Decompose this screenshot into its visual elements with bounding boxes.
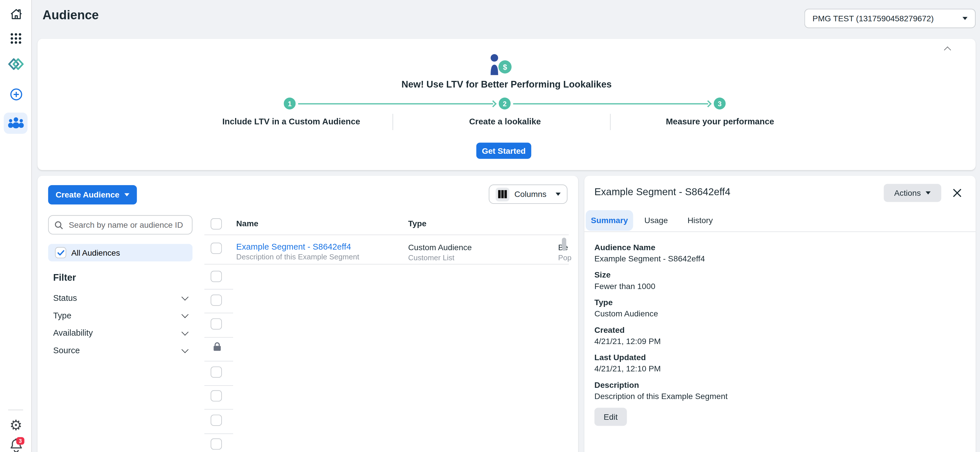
field-value-size: Fewer than 1000 [595, 281, 655, 291]
filter-source[interactable]: Source [53, 346, 188, 355]
row-checkbox[interactable] [211, 366, 222, 378]
table-header-rule [204, 235, 568, 235]
sidebar-item-audiences[interactable] [4, 113, 28, 134]
field-value-last-updated: 4/21/21, 12:10 PM [595, 364, 661, 374]
filter-availability-label: Availability [53, 328, 93, 338]
row-checkbox[interactable] [211, 294, 222, 306]
actions-label: Actions [894, 188, 921, 198]
chevron-down-icon [181, 311, 189, 318]
columns-button[interactable]: Columns [489, 185, 568, 204]
arrow-right-icon [705, 100, 712, 107]
arrow-right-icon [490, 100, 497, 107]
select-all-checkbox[interactable] [211, 218, 222, 230]
all-audiences-checkbox[interactable] [55, 247, 66, 258]
audience-detail-panel: Example Segment - S8642eff4 Actions Summ… [584, 176, 976, 452]
row-divider-short [204, 409, 233, 410]
row-divider-short [204, 289, 233, 290]
sidebar-item-home[interactable] [0, 7, 32, 23]
step-label-divider [610, 114, 611, 130]
sidebar-divider [8, 410, 23, 410]
sidebar-item-settings[interactable]: ⚙ [0, 418, 32, 433]
field-value-type: Custom Audience [595, 309, 658, 318]
field-label-type: Type [595, 298, 613, 307]
search-icon [54, 220, 63, 229]
row-checkbox[interactable] [211, 318, 222, 330]
filter-source-label: Source [53, 346, 80, 355]
page-title: Audience [43, 8, 99, 22]
all-audiences-row[interactable]: All Audiences [48, 244, 192, 261]
notification-count-badge: 3 [16, 437, 24, 444]
settings-gear-icon: ⚙ [10, 418, 22, 433]
step-3-label: Measure your performance [626, 117, 814, 126]
ltv-promo-banner: $ New! Use LTV for Better Performing Loo… [37, 39, 975, 170]
home-icon [9, 7, 23, 23]
lock-icon [213, 342, 221, 354]
row-checkbox[interactable] [211, 438, 222, 450]
create-plus-icon [10, 88, 22, 103]
step-label-divider [393, 114, 393, 130]
row-checkbox[interactable] [211, 390, 222, 401]
audiences-people-icon [7, 115, 24, 131]
left-nav-rail: ⚙ 3 [0, 0, 32, 452]
audience-description: Description of this Example Segment [236, 253, 359, 261]
collapse-banner-chevron-up-icon[interactable] [944, 46, 951, 54]
filter-status-label: Status [53, 293, 77, 303]
column-header-type[interactable]: Type [408, 219, 426, 228]
row-divider-short [204, 337, 233, 338]
row-divider-short [204, 313, 233, 313]
field-label-last-updated: Last Updated [595, 353, 646, 362]
tab-summary[interactable]: Summary [585, 210, 633, 231]
row-divider-short [204, 361, 233, 361]
columns-label: Columns [514, 189, 546, 199]
field-label-size: Size [595, 270, 611, 280]
row-checkbox[interactable] [211, 415, 222, 426]
row-divider [204, 264, 568, 265]
step-2-circle: 2 [499, 97, 511, 109]
audience-type: Custom Audience [408, 243, 472, 252]
chevron-down-icon [181, 346, 189, 353]
account-selector-value: PMG TEST (1317590458279672) [813, 14, 934, 23]
edit-button[interactable]: Edit [595, 408, 627, 426]
column-header-name[interactable]: Name [236, 219, 258, 228]
person-dollar-icon: $ [489, 51, 518, 81]
create-audience-label: Create Audience [56, 190, 119, 200]
audience-name-link[interactable]: Example Segment - S8642eff4 [236, 242, 351, 252]
checkmark-icon [57, 250, 64, 256]
tab-history[interactable]: History [687, 216, 713, 225]
sidebar-item-apps[interactable] [0, 32, 32, 47]
filter-availability[interactable]: Availability [53, 328, 188, 338]
chevron-down-icon [555, 193, 560, 196]
chevron-down-icon [926, 192, 931, 195]
ads-manager-logo-icon [8, 56, 24, 75]
tab-usage[interactable]: Usage [644, 216, 668, 225]
sidebar-item-ads-manager[interactable] [0, 56, 32, 75]
chevron-down-icon [181, 294, 189, 301]
step-3-circle: 3 [714, 97, 725, 109]
create-audience-button[interactable]: Create Audience [48, 185, 137, 204]
step-2-label: Create a lookalike [411, 117, 599, 126]
audience-type-detail: Customer List [408, 253, 454, 262]
close-icon[interactable] [952, 188, 962, 200]
filter-status[interactable]: Status [53, 293, 188, 303]
row-checkbox[interactable] [211, 271, 222, 282]
filter-type[interactable]: Type [53, 311, 188, 320]
account-selector-dropdown[interactable]: PMG TEST (1317590458279672) [805, 9, 976, 28]
filter-heading: Filter [53, 272, 76, 283]
field-label-description: Description [595, 380, 639, 390]
audience-list-card: Create Audience Columns All Audiences Fi… [37, 176, 578, 452]
field-value-audience-name: Example Segment - S8642eff4 [595, 254, 705, 264]
detail-panel-title: Example Segment - S8642eff4 [595, 186, 730, 198]
tabs-divider [584, 232, 976, 232]
sidebar-item-create[interactable] [0, 88, 32, 103]
row-divider-short [204, 433, 233, 434]
get-started-button[interactable]: Get Started [476, 142, 531, 159]
actions-button[interactable]: Actions [884, 184, 941, 202]
field-label-audience-name: Audience Name [595, 243, 655, 252]
step-connector-2 [513, 103, 708, 104]
search-input[interactable] [68, 219, 186, 230]
dollar-glyph: $ [503, 63, 507, 72]
row-checkbox[interactable] [211, 243, 222, 254]
field-value-created: 4/21/21, 12:09 PM [595, 337, 661, 346]
sidebar-item-notifications[interactable] [0, 438, 32, 452]
table-scrollbar-thumb[interactable] [562, 238, 566, 251]
